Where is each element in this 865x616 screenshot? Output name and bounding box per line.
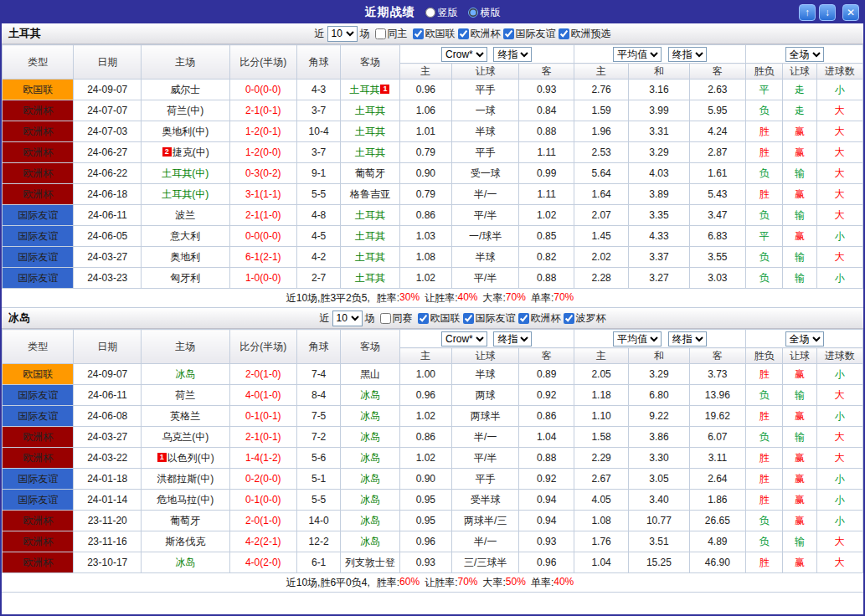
competition-filter[interactable]: 欧国联	[413, 27, 456, 41]
opponent-team-name: 荷兰	[175, 389, 195, 401]
home-team-cell: 荷兰(中)	[141, 100, 229, 121]
horizontal-layout-radio[interactable]	[468, 8, 478, 18]
competition-filter[interactable]: 欧洲杯	[458, 27, 501, 41]
avg-draw-cell: 3.27	[629, 268, 689, 289]
stat-value: 40%	[553, 576, 574, 590]
goals-result-cell: 小	[816, 268, 862, 289]
vertical-layout-radio[interactable]	[425, 8, 435, 18]
scope-select[interactable]: 全场	[785, 331, 824, 346]
competition-checkbox[interactable]	[503, 28, 514, 39]
competition-checkbox[interactable]	[518, 313, 529, 324]
same-filter-checkbox[interactable]	[375, 28, 386, 39]
red-card-badge: 2	[162, 147, 172, 157]
opponent-team-name: 以色列(中)	[167, 452, 214, 464]
sub-header: 主	[399, 348, 451, 364]
odds-away-cell: 0.93	[519, 531, 574, 552]
team-section: 冰岛 近 10 场 同赛 欧国联国际友谊欧洲杯波罗杯	[2, 308, 863, 593]
odds-home-cell: 0.95	[399, 490, 451, 511]
corner-cell: 4-8	[296, 205, 340, 226]
odds-time-select[interactable]: 终指	[493, 331, 532, 346]
competition-filter[interactable]: 波罗杯	[564, 311, 606, 326]
handicap-result-cell: 赢	[783, 184, 816, 205]
opponent-team-name: 列支敦士登	[345, 557, 395, 568]
sub-header: 胜负	[746, 348, 783, 364]
date-cell: 24-07-07	[74, 100, 141, 121]
focus-team-name: 土耳其	[355, 105, 385, 116]
away-team-cell: 黑山	[341, 364, 399, 385]
move-up-button[interactable]: ↑	[799, 4, 816, 21]
corner-cell: 7-5	[296, 406, 340, 427]
corner-cell: 5-5	[296, 490, 340, 511]
odds-home-cell: 0.79	[399, 184, 451, 205]
competition-checkbox[interactable]	[463, 313, 474, 324]
competition-label: 欧国联	[425, 27, 456, 41]
wdl-result-cell: 负	[746, 163, 783, 184]
avg-source-select[interactable]: 平均值	[613, 47, 662, 62]
odds-source-select[interactable]: Crow*	[441, 331, 487, 346]
match-row: 国际友谊24-03-23匈牙利1-0(0-0)2-7土耳其1.02平/半0.88…	[3, 268, 863, 289]
opponent-team-name: 黑山	[360, 368, 380, 380]
competition-checkbox[interactable]	[458, 28, 469, 39]
competition-filter[interactable]: 欧洲杯	[518, 311, 561, 326]
scope-select[interactable]: 全场	[785, 47, 824, 62]
competition-checkbox[interactable]	[418, 313, 429, 324]
layout-option-horizontal[interactable]: 横版	[468, 6, 501, 20]
competition-filter[interactable]: 国际友谊	[503, 27, 556, 41]
move-down-button[interactable]: ↓	[819, 4, 836, 21]
goals-result-cell: 小	[816, 490, 862, 511]
wdl-result-cell: 负	[746, 247, 783, 268]
score-cell: 0-0(0-0)	[229, 80, 296, 100]
focus-team-name: 冰岛	[175, 557, 195, 568]
odds-away-cell: 1.11	[519, 142, 574, 163]
result-group-header: 全场	[746, 45, 863, 64]
away-team-cell: 格鲁吉亚	[341, 184, 399, 205]
avg-away-cell: 3.47	[689, 205, 745, 226]
competition-filter[interactable]: 欧国联	[418, 311, 461, 326]
opponent-team-name: 英格兰	[170, 410, 200, 422]
avg-draw-cell: 3.99	[629, 100, 689, 121]
date-cell: 23-11-20	[74, 511, 141, 531]
col-header: 类型	[3, 45, 74, 80]
competition-checkbox[interactable]	[564, 313, 574, 324]
odds-time-select[interactable]: 终指	[493, 47, 532, 62]
avg-time-select[interactable]: 终指	[668, 47, 707, 62]
corner-cell: 7-4	[296, 364, 340, 385]
same-filter[interactable]: 同主	[375, 27, 408, 41]
window-title: 近期战绩	[365, 5, 415, 20]
competition-filter[interactable]: 国际友谊	[463, 311, 516, 326]
summary-stat: 单率:40%	[531, 576, 574, 590]
date-cell: 24-01-18	[74, 469, 141, 490]
avg-time-select[interactable]: 终指	[668, 331, 707, 346]
avg-home-cell: 2.67	[574, 469, 628, 490]
same-filter[interactable]: 同赛	[380, 311, 413, 326]
odds-away-cell: 1.04	[519, 427, 574, 448]
results-table: 类型 日期 主场 比分(半场) 角球 客场 Crow* 终指 平均值 终指	[2, 44, 863, 289]
avg-home-cell: 1.08	[574, 511, 628, 531]
goals-result-cell: 小	[816, 511, 862, 531]
team-section: 土耳其 近 10 场 同主 欧国联欧洲杯国际友谊欧洲预选	[2, 23, 863, 308]
layout-option-vertical[interactable]: 竖版	[425, 6, 458, 20]
handicap-result-cell: 输	[783, 205, 816, 226]
summary-stat: 单率:70%	[531, 291, 574, 305]
games-count-select[interactable]: 10	[327, 26, 358, 42]
competition-checkbox[interactable]	[559, 28, 569, 39]
focus-team-name: 冰岛	[360, 536, 380, 547]
match-row: 欧洲杯24-06-18土耳其(中)3-1(1-1)5-5格鲁吉亚0.79半/一1…	[3, 184, 863, 205]
competition-checkbox[interactable]	[413, 28, 424, 39]
odds-source-select[interactable]: Crow*	[441, 47, 487, 62]
handicap-cell: 半球	[452, 364, 519, 385]
games-count-select[interactable]: 10	[332, 311, 363, 326]
date-cell: 24-06-27	[74, 142, 141, 163]
match-row: 欧洲杯24-03-221以色列(中)1-4(1-2)5-6冰岛1.02平/半0.…	[3, 448, 863, 469]
competition-filter[interactable]: 欧洲预选	[559, 27, 611, 41]
handicap-result-cell: 走	[783, 100, 816, 121]
avg-source-select[interactable]: 平均值	[613, 331, 662, 346]
away-team-cell: 冰岛	[341, 469, 399, 490]
goals-result-cell: 大	[816, 385, 862, 406]
avg-home-cell: 5.64	[574, 163, 628, 184]
close-button[interactable]: ✕	[842, 4, 859, 21]
focus-team-name: 冰岛	[360, 452, 380, 464]
sub-header: 客	[689, 64, 745, 80]
same-filter-checkbox[interactable]	[380, 313, 391, 324]
away-team-cell: 冰岛	[341, 490, 399, 511]
